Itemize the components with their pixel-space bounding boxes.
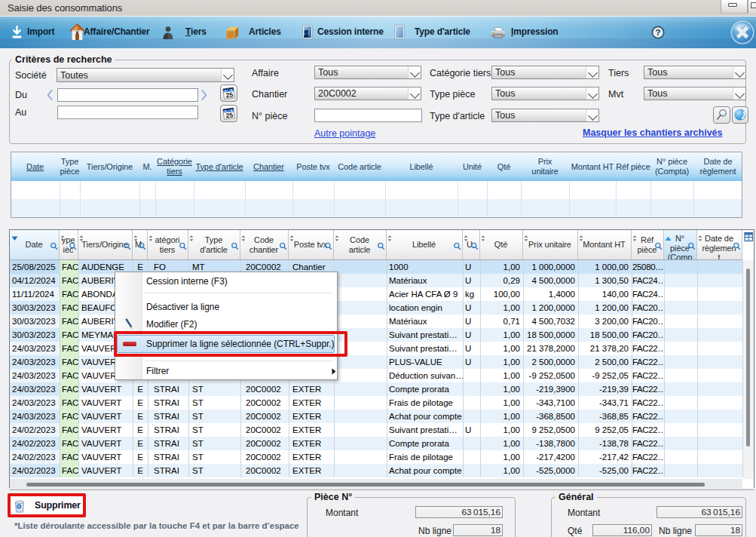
svg-text:25: 25 [225,91,234,99]
svg-text:25: 25 [225,111,234,119]
svg-text:?: ? [655,28,660,37]
